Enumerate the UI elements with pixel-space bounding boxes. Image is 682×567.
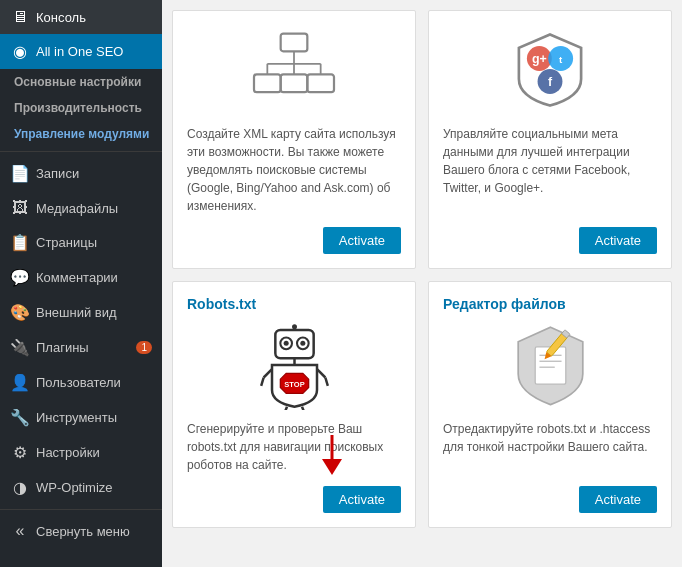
sidebar-item-comments[interactable]: 💬 Комментарии [0, 260, 162, 295]
file-editor-desc: Отредактируйте robots.txt и .htaccess дл… [443, 420, 657, 474]
divider-bottom [0, 509, 162, 510]
sidebar-link-performance[interactable]: Производительность [0, 95, 162, 121]
sidebar-item-label: Медиафайлы [36, 201, 118, 216]
sidebar-item-label: All in One SEO [36, 44, 123, 59]
collapse-icon: « [10, 522, 30, 540]
robots-title: Robots.txt [187, 296, 256, 312]
module-card-sitemap: Создайте XML карту сайта используя эти в… [172, 10, 416, 269]
sidebar-item-tools[interactable]: 🔧 Инструменты [0, 400, 162, 435]
posts-icon: 📄 [10, 164, 30, 183]
sitemap-desc: Создайте XML карту сайта используя эти в… [187, 125, 401, 215]
collapse-label: Свернуть меню [36, 524, 130, 539]
sidebar-link-basic[interactable]: Основные настройки [0, 69, 162, 95]
media-icon: 🖼 [10, 199, 30, 217]
sidebar-item-users[interactable]: 👤 Пользователи [0, 365, 162, 400]
social-svg: g+ t f [505, 30, 595, 110]
modules-grid: Создайте XML карту сайта используя эти в… [172, 10, 672, 528]
sidebar-item-wp-optimize[interactable]: ◑ WP-Optimize [0, 470, 162, 505]
svg-point-19 [300, 341, 305, 346]
sitemap-activate-button[interactable]: Activate [323, 227, 401, 254]
svg-rect-8 [307, 74, 334, 92]
console-icon: 🖥 [10, 8, 30, 26]
module-card-file-editor: Редактор файлов [428, 281, 672, 528]
sidebar-manage-modules[interactable]: Управление модулями [0, 121, 162, 147]
robots-icon-area: STOP [257, 320, 332, 410]
file-editor-activate-button[interactable]: Activate [579, 486, 657, 513]
svg-line-28 [325, 378, 328, 386]
module-card-robots: Robots.txt [172, 281, 416, 528]
sidebar-item-label: Внешний вид [36, 305, 117, 320]
social-activate-button[interactable]: Activate [579, 227, 657, 254]
svg-point-17 [283, 341, 288, 346]
tools-icon: 🔧 [10, 408, 30, 427]
sitemap-svg [249, 30, 339, 110]
file-editor-icon-area [508, 320, 593, 410]
robots-desc: Сгенерируйте и проверьте Ваш robots.txt … [187, 420, 401, 474]
sidebar-item-label: Страницы [36, 235, 97, 250]
sidebar-item-console[interactable]: 🖥 Консоль [0, 0, 162, 34]
appearance-icon: 🎨 [10, 303, 30, 322]
sidebar-item-plugins[interactable]: 🔌 Плагины 1 [0, 330, 162, 365]
robots-svg: STOP [257, 320, 332, 410]
main-content: Создайте XML карту сайта используя эти в… [162, 0, 682, 567]
svg-text:g+: g+ [532, 52, 547, 66]
svg-line-26 [261, 378, 264, 386]
social-icon-area: g+ t f [505, 25, 595, 115]
svg-rect-6 [254, 74, 281, 92]
users-icon: 👤 [10, 373, 30, 392]
svg-point-21 [292, 324, 297, 329]
sidebar-item-label: WP-Optimize [36, 480, 113, 495]
comments-icon: 💬 [10, 268, 30, 287]
sidebar-item-label: Консоль [36, 10, 86, 25]
svg-line-29 [282, 407, 287, 410]
arrow-annotation [317, 435, 347, 475]
sidebar-item-label: Настройки [36, 445, 100, 460]
sidebar-item-label: Инструменты [36, 410, 117, 425]
settings-icon: ⚙ [10, 443, 30, 462]
sidebar-item-aioseo[interactable]: ◉ All in One SEO [0, 34, 162, 69]
sitemap-icon-area [249, 25, 339, 115]
wp-optimize-icon: ◑ [10, 478, 30, 497]
robots-activate-button[interactable]: Activate [323, 486, 401, 513]
sidebar-item-media[interactable]: 🖼 Медиафайлы [0, 191, 162, 225]
sidebar-item-label: Пользователи [36, 375, 121, 390]
plugins-icon: 🔌 [10, 338, 30, 357]
pages-icon: 📋 [10, 233, 30, 252]
svg-line-30 [302, 407, 307, 410]
file-editor-svg [508, 323, 593, 408]
divider [0, 151, 162, 152]
sidebar: 🖥 Консоль ◉ All in One SEO Основные наст… [0, 0, 162, 567]
sidebar-item-settings[interactable]: ⚙ Настройки [0, 435, 162, 470]
sidebar-collapse[interactable]: « Свернуть меню [0, 514, 162, 548]
sidebar-item-label: Плагины [36, 340, 89, 355]
module-card-social: g+ t f Управляйте социальными мета данны… [428, 10, 672, 269]
social-desc: Управляйте социальными мета данными для … [443, 125, 657, 215]
aioseo-icon: ◉ [10, 42, 30, 61]
sidebar-item-label: Записи [36, 166, 79, 181]
sidebar-item-posts[interactable]: 📄 Записи [0, 156, 162, 191]
svg-rect-0 [281, 34, 308, 52]
sidebar-item-pages[interactable]: 📋 Страницы [0, 225, 162, 260]
plugins-badge: 1 [136, 341, 152, 354]
file-editor-title: Редактор файлов [443, 296, 566, 312]
svg-text:STOP: STOP [284, 380, 304, 389]
svg-rect-7 [281, 74, 308, 92]
svg-marker-32 [322, 459, 342, 475]
sidebar-item-label: Комментарии [36, 270, 118, 285]
sidebar-item-appearance[interactable]: 🎨 Внешний вид [0, 295, 162, 330]
